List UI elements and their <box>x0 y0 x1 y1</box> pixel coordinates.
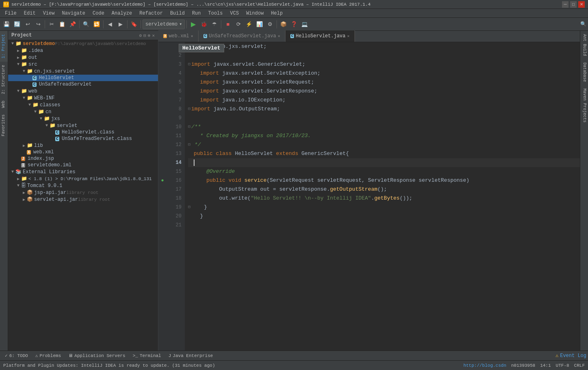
right-tab-ant[interactable]: Ant Build <box>580 31 588 59</box>
tree-item-indexjsp[interactable]: J index.jsp <box>8 155 158 162</box>
tree-item-jspapi[interactable]: ▶ 📦 jsp-api.jar library root <box>8 189 158 196</box>
tree-item-jxs[interactable]: ▼ 📁 jxs <box>8 115 158 122</box>
find-replace-button[interactable]: 🔁 <box>92 19 102 29</box>
tree-item-cnjxsservlet[interactable]: ▼ 📁 cn.jxs.servlet <box>8 68 158 75</box>
tree-item-webxml[interactable]: X web.xml <box>8 149 158 155</box>
tree-item-tomcat[interactable]: ▼ 🗄 Tomcat 9.0.1 <box>8 182 158 189</box>
tree-item-unsafetreadservlet[interactable]: C UnSafeTreadServlet <box>8 81 158 88</box>
toolbar-btn-1[interactable]: ↩ <box>23 19 32 29</box>
sidebar-item-favorites[interactable]: Favorites <box>0 111 8 140</box>
tree-item-servletapi[interactable]: ▶ 📦 servlet-api.jar library root <box>8 196 158 203</box>
bottom-tab-appservers[interactable]: 🖥 Application Servers <box>65 352 128 359</box>
close-tab-webxml[interactable]: ✕ <box>191 34 193 39</box>
tree-item-idea[interactable]: ▶ 📁 .idea <box>8 47 158 54</box>
tree-item-jdk[interactable]: ▶ 📁 < 1.8 (1) > D:\Program Files\Java\jd… <box>8 175 158 182</box>
tree-item-out[interactable]: ▶ 📁 out <box>8 54 158 61</box>
menu-analyze[interactable]: Analyze <box>108 10 135 17</box>
collapse-all-icon[interactable]: ⊟ <box>143 33 146 38</box>
right-tab-database[interactable]: Database <box>580 59 588 85</box>
tab-webxml[interactable]: X web.xml ✕ <box>158 30 199 42</box>
tree-item-servletdemoiml[interactable]: I servletdemo.iml <box>8 162 158 168</box>
fold-8[interactable]: ⊟ <box>188 105 190 114</box>
toolbar-extra-2[interactable]: 📊 <box>255 19 264 29</box>
fold-12[interactable]: ⊟ <box>188 140 190 149</box>
sdk-button[interactable]: 📦 <box>279 19 288 29</box>
copy-button[interactable]: 📋 <box>57 19 67 29</box>
status-line-ending[interactable]: CRLF <box>574 363 585 368</box>
help-button[interactable]: ❓ <box>289 19 299 29</box>
tree-item-external-libraries[interactable]: ▼ 📚 External Libraries <box>8 168 158 175</box>
menu-build[interactable]: Build <box>167 10 188 17</box>
menu-tools[interactable]: Tools <box>205 10 226 17</box>
tree-item-src[interactable]: ▼ 📁 src <box>8 61 158 68</box>
stop-button[interactable]: ■ <box>223 19 233 29</box>
terminal-toolbar-button[interactable]: 💻 <box>300 19 309 29</box>
project-dropdown[interactable]: servletdemo ▾ <box>143 19 185 29</box>
gutter-9 <box>158 114 166 123</box>
tree-item-cn[interactable]: ▼ 📁 cn <box>8 108 158 115</box>
run-with-coverage-button[interactable]: ☂ <box>210 19 219 29</box>
tree-item-servlet-folder[interactable]: ▼ 📁 servlet <box>8 122 158 129</box>
tree-item-servletdemo[interactable]: ▼ 📁 servletdemo F:\JavaProgram\javaWeb\s… <box>8 40 158 47</box>
minimize-button[interactable]: ─ <box>562 1 569 8</box>
maximize-button[interactable]: □ <box>570 1 577 8</box>
close-panel-icon[interactable]: ✕ <box>152 33 155 38</box>
close-button[interactable]: ✕ <box>578 1 585 8</box>
sidebar-item-structure[interactable]: 2: Structure <box>0 62 8 97</box>
fold-10[interactable]: ⊟ <box>188 123 190 131</box>
run-button[interactable]: ▶ <box>188 19 198 29</box>
cut-button[interactable]: ✂ <box>47 19 56 29</box>
toolbar-extra-1[interactable]: ⚡ <box>244 19 254 29</box>
close-tab-hello[interactable]: ✕ <box>347 34 350 39</box>
tree-item-lib[interactable]: ▶ 📁 lib <box>8 142 158 149</box>
back-button[interactable]: ◀ <box>105 19 115 29</box>
bottom-tab-javaenterprise[interactable]: J Java Enterprise <box>165 353 216 359</box>
forward-button[interactable]: ▶ <box>116 19 125 29</box>
fold-3[interactable]: ⊟ <box>188 60 190 69</box>
bottom-tab-terminal[interactable]: >_ Terminal <box>130 353 164 359</box>
tree-item-unsafeservletclass[interactable]: C UnSafeTreadServlet.class <box>8 136 158 142</box>
menu-view[interactable]: View <box>40 10 58 17</box>
search-icon[interactable]: 🔍 <box>580 21 586 27</box>
menu-code[interactable]: Code <box>89 10 108 17</box>
menu-refactor[interactable]: Refactor <box>136 10 166 17</box>
close-tab-unsafe[interactable]: ✕ <box>278 34 280 39</box>
tree-item-helloservlet[interactable]: C HelloServlet <box>8 75 158 81</box>
locate-icon[interactable]: ⊕ <box>148 33 151 38</box>
linenum-21: 21 <box>166 221 182 230</box>
bottom-tab-todo[interactable]: ✓ 6: TODO <box>2 352 31 359</box>
tab-helloservlet[interactable]: C HelloServlet.java ✕ <box>285 30 355 42</box>
debug-button[interactable]: 🐞 <box>199 19 209 29</box>
sidebar-item-web[interactable]: Web <box>0 97 8 111</box>
code-content[interactable]: package cn.jxs.servlet; ⊟ import javax.s… <box>185 42 580 351</box>
bookmarks-button[interactable]: 🔖 <box>129 19 139 29</box>
menu-navigate[interactable]: Navigate <box>58 10 89 17</box>
sync-button[interactable]: 🔄 <box>12 19 22 29</box>
tree-item-web[interactable]: ▼ 📁 web <box>8 88 158 95</box>
status-encoding[interactable]: UTF-8 <box>556 363 569 368</box>
sidebar-item-project[interactable]: 1: Project <box>0 31 8 62</box>
tree-item-classes[interactable]: ▼ 📁 classes <box>8 101 158 108</box>
bottom-tab-problems[interactable]: ⚠ Problems <box>32 352 64 359</box>
menu-edit[interactable]: Edit <box>21 10 39 17</box>
fold-19[interactable]: ⊟ <box>188 203 190 212</box>
paste-button[interactable]: 📌 <box>68 19 78 29</box>
event-log-label[interactable]: Event Log <box>560 353 586 359</box>
save-all-button[interactable]: 💾 <box>2 19 11 29</box>
menu-file[interactable]: File <box>2 10 20 17</box>
tree-item-helloservletclass[interactable]: C HelloServlet.class <box>8 129 158 136</box>
menu-run[interactable]: Run <box>189 10 204 17</box>
menu-vcs[interactable]: VCS <box>227 10 242 17</box>
gear-icon[interactable]: ⚙ <box>139 33 142 38</box>
toolbar-extra-3[interactable]: ⚙ <box>265 19 275 29</box>
restart-button[interactable]: ⟳ <box>233 19 243 29</box>
right-tab-maven[interactable]: Maven Projects <box>580 85 588 126</box>
toolbar-btn-2[interactable]: ↪ <box>33 19 43 29</box>
find-button[interactable]: 🔍 <box>81 19 91 29</box>
tree-item-webinf[interactable]: ▼ 📁 WEB-INF <box>8 95 158 101</box>
tab-unsafetreadservlet[interactable]: C UnSafeTreadServlet.java ✕ <box>199 30 285 42</box>
run-gutter-icon[interactable]: ● <box>161 178 164 183</box>
gutter-16[interactable]: ● <box>158 176 166 185</box>
menu-help[interactable]: Help <box>268 10 286 17</box>
menu-window[interactable]: Window <box>243 10 267 17</box>
